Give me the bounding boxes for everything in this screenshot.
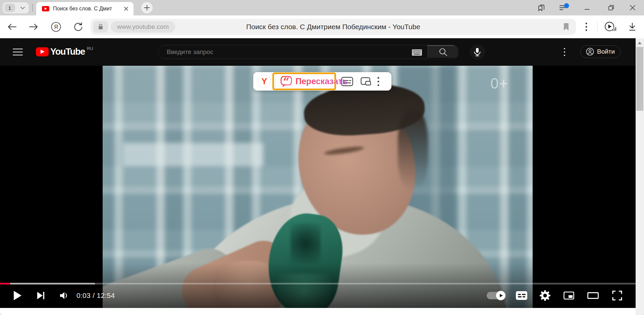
overlay-separator bbox=[275, 77, 276, 86]
voice-search-icon[interactable] bbox=[470, 44, 485, 60]
browser-menu-icon[interactable] bbox=[557, 0, 571, 15]
overlay-separator bbox=[357, 77, 357, 86]
yandex-video-toolbar: Y “ Пересказать bbox=[253, 72, 391, 91]
video-player[interactable]: Y “ Пересказать bbox=[0, 66, 636, 308]
tab-count-badge: 1 bbox=[4, 4, 15, 12]
overlay-subtitles-icon[interactable] bbox=[341, 72, 353, 91]
yandex-logo-icon[interactable]: Y bbox=[258, 72, 271, 91]
keyboard-icon[interactable] bbox=[412, 49, 422, 56]
header-menu-icon[interactable] bbox=[559, 47, 570, 57]
page-background-strip bbox=[0, 308, 636, 315]
settings-gear-icon[interactable] bbox=[539, 284, 551, 307]
bookmark-icon[interactable] bbox=[560, 21, 572, 32]
tab-counter[interactable]: 1 bbox=[3, 2, 29, 13]
youtube-logo-text: YouTube bbox=[50, 46, 85, 57]
search-button[interactable] bbox=[427, 45, 459, 59]
time-display: 0:03 / 12:54 bbox=[76, 284, 115, 307]
toolbar-separator bbox=[597, 22, 597, 32]
svg-text:Я: Я bbox=[54, 24, 58, 30]
browser-window: 1 Поиск без слов. С Дмит bbox=[0, 0, 644, 315]
side-panel-bookmarks-icon[interactable] bbox=[535, 0, 548, 15]
search-box bbox=[158, 45, 459, 59]
secure-lock-icon[interactable] bbox=[93, 21, 108, 33]
picture-in-picture-icon[interactable] bbox=[361, 72, 371, 91]
toolbar-menu-icon[interactable] bbox=[578, 15, 595, 38]
back-button[interactable] bbox=[3, 15, 21, 38]
sign-in-label: Войти bbox=[597, 48, 615, 55]
scrollbar-up-arrow-icon[interactable] bbox=[638, 42, 642, 44]
volume-icon[interactable] bbox=[57, 284, 72, 307]
download-icon[interactable] bbox=[624, 15, 641, 38]
sign-in-button[interactable]: Войти bbox=[580, 45, 621, 58]
retell-button[interactable]: “ Пересказать bbox=[280, 72, 347, 91]
minimize-button[interactable] bbox=[580, 0, 594, 15]
video-player-extension-icon[interactable] bbox=[602, 15, 619, 38]
close-button[interactable] bbox=[626, 0, 639, 15]
reload-button[interactable] bbox=[69, 15, 87, 38]
youtube-region-label: RU bbox=[87, 46, 93, 51]
youtube-favicon-icon bbox=[42, 6, 49, 11]
page-content: YouTube RU bbox=[0, 38, 644, 315]
scrollbar-thumb[interactable] bbox=[636, 47, 643, 111]
svg-text:“: “ bbox=[283, 75, 290, 88]
tab-strip: 1 Поиск без слов. С Дмит bbox=[0, 0, 644, 15]
restore-button[interactable] bbox=[604, 0, 618, 15]
player-controls: 0:03 / 12:54 bbox=[0, 284, 636, 307]
retell-label: Пересказать bbox=[296, 76, 347, 86]
search-input[interactable] bbox=[158, 45, 427, 59]
autoplay-toggle[interactable] bbox=[486, 284, 505, 307]
autoplay-knob-icon bbox=[496, 291, 505, 300]
new-tab-button[interactable] bbox=[141, 2, 153, 13]
forward-button[interactable] bbox=[25, 15, 42, 38]
overlay-menu-icon[interactable] bbox=[377, 72, 379, 91]
theater-mode-button[interactable] bbox=[587, 284, 599, 307]
overlay-separator bbox=[374, 77, 375, 86]
miniplayer-button[interactable] bbox=[563, 284, 575, 307]
browser-toolbar: Я www.youtube.com Поиск без слов. С Дмит… bbox=[0, 15, 644, 38]
age-rating-badge: 0+ bbox=[490, 75, 508, 92]
guide-menu-icon[interactable] bbox=[13, 47, 23, 57]
tab-separator bbox=[32, 4, 33, 12]
chevron-down-icon[interactable] bbox=[18, 4, 27, 12]
page-scrollbar[interactable] bbox=[636, 38, 644, 315]
fullscreen-button[interactable] bbox=[611, 284, 623, 307]
browser-tab[interactable]: Поиск без слов. С Дмит bbox=[36, 2, 133, 15]
youtube-logo[interactable]: YouTube RU bbox=[36, 46, 93, 57]
play-button[interactable] bbox=[10, 284, 25, 307]
person-icon bbox=[586, 48, 594, 56]
address-bar[interactable]: www.youtube.com Поиск без слов. С Дмитри… bbox=[91, 19, 576, 35]
yandex-search-icon[interactable]: Я bbox=[47, 15, 65, 38]
quote-bubble-icon: “ bbox=[280, 75, 292, 88]
next-button[interactable] bbox=[34, 284, 48, 307]
youtube-logo-icon bbox=[36, 47, 49, 56]
tab-title: Поиск без слов. С Дмит bbox=[53, 6, 123, 12]
url-chip[interactable]: www.youtube.com bbox=[111, 21, 175, 33]
youtube-header: YouTube RU bbox=[0, 38, 636, 66]
tab-close-icon[interactable] bbox=[123, 5, 129, 12]
subtitles-button[interactable] bbox=[516, 284, 528, 307]
